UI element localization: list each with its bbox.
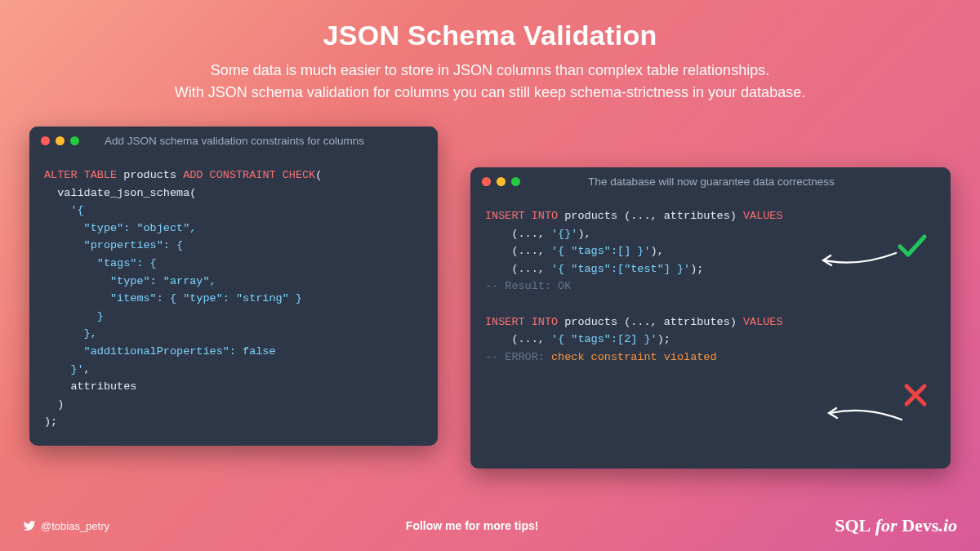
panel-title-left: Add JSON schema validation constraints f…: [79, 135, 426, 147]
code-body-right: INSERT INTO products (..., attributes) V…: [470, 196, 951, 469]
subtitle: Some data is much easier to store in JSO…: [0, 60, 980, 104]
maximize-dot-icon: [70, 136, 79, 145]
panels-container: Add JSON schema validation constraints f…: [29, 127, 951, 469]
handle-text: @tobias_petry: [41, 520, 109, 532]
minimize-dot-icon: [56, 136, 65, 145]
subtitle-line-2: With JSON schema validation for columns …: [0, 82, 980, 104]
cross-icon: [903, 383, 928, 407]
twitter-handle: @tobias_petry: [23, 519, 109, 532]
twitter-icon: [23, 519, 36, 532]
arrow-error-icon: [824, 402, 906, 426]
maximize-dot-icon: [511, 177, 520, 186]
minimize-dot-icon: [497, 177, 506, 186]
window-controls: [482, 177, 520, 186]
panel-header-right: The database will now guarantee data cor…: [470, 167, 951, 196]
close-dot-icon: [41, 136, 50, 145]
code-panel-right: The database will now guarantee data cor…: [470, 167, 951, 469]
page-title: JSON Schema Validation: [0, 20, 980, 51]
subtitle-line-1: Some data is much easier to store in JSO…: [0, 60, 980, 82]
window-controls: [41, 136, 79, 145]
follow-cta: Follow me for more tips!: [406, 519, 539, 532]
footer: @tobias_petry Follow me for more tips! S…: [23, 515, 957, 536]
code-panel-left: Add JSON schema validation constraints f…: [29, 127, 438, 446]
panel-header-left: Add JSON schema validation constraints f…: [29, 127, 438, 155]
brand-logo: SQL for Devs.io: [835, 515, 957, 536]
code-body-left: ALTER TABLE products ADD CONSTRAINT CHEC…: [29, 155, 438, 446]
header: JSON Schema Validation Some data is much…: [0, 0, 980, 104]
checkmark-icon: [897, 233, 928, 259]
panel-title-right: The database will now guarantee data cor…: [520, 176, 939, 188]
arrow-ok-icon: [818, 249, 900, 273]
close-dot-icon: [482, 177, 491, 186]
